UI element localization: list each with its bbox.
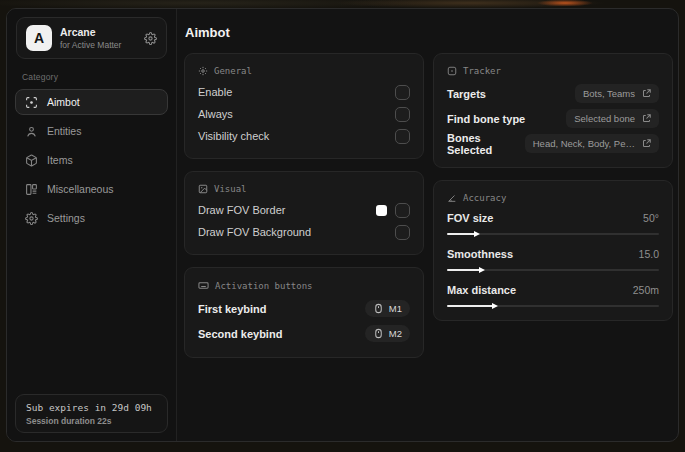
setting-label: Draw FOV Border [198, 204, 285, 216]
slider-fov-size: FOV size 50° [447, 208, 659, 235]
activation-header: Activation buttons [198, 280, 410, 291]
select-value: Bots, Teams [583, 88, 635, 99]
app-window: A Arcane for Active Matter Category [6, 8, 679, 442]
crosshair-scan-icon [25, 96, 38, 109]
tracker-row-targets: Targets Bots, Teams [447, 81, 659, 106]
gear-icon [198, 66, 208, 76]
slider-max-distance: Max distance 250m [447, 280, 659, 307]
general-header: General [198, 66, 410, 76]
setting-row-visibility-check: Visibility check [198, 125, 410, 147]
main-content: Aimbot General [177, 9, 679, 441]
sidebar-item-settings[interactable]: Settings [15, 205, 168, 231]
mouse-icon [373, 328, 384, 339]
sidebar-item-entities[interactable]: Entities [15, 118, 168, 144]
visual-card: Visual Draw FOV Border Draw FOV Backgrou… [184, 171, 424, 255]
subscription-card: Sub expires in 29d 09h Session duration … [15, 394, 168, 433]
expand-icon [642, 89, 651, 98]
sidebar-item-label: Items [47, 154, 73, 166]
slider-thumb[interactable] [492, 303, 498, 309]
bones-selected-select[interactable]: Head, Neck, Body, Pe… [525, 134, 659, 153]
sidebar-item-items[interactable]: Items [15, 147, 168, 173]
page-title: Aimbot [185, 25, 673, 40]
angle-icon [447, 193, 457, 203]
sub-expiry-text: Sub expires in 29d 09h [26, 402, 157, 413]
first-keybind-button[interactable]: M1 [365, 300, 410, 317]
second-keybind-button[interactable]: M2 [365, 325, 410, 342]
fov-border-checkbox[interactable] [395, 203, 410, 218]
tracker-label: Bones Selected [447, 132, 525, 156]
settings-gear-icon [25, 212, 38, 225]
fov-size-slider[interactable] [447, 233, 659, 235]
slider-label: FOV size [447, 212, 493, 224]
section-title: Activation buttons [215, 281, 313, 291]
keybind-value: M1 [389, 303, 402, 314]
setting-label: Visibility check [198, 130, 269, 142]
app-logo: A [26, 25, 52, 51]
expand-icon [642, 139, 651, 148]
fov-background-checkbox[interactable] [395, 225, 410, 240]
brand-text: Arcane for Active Matter [60, 25, 121, 50]
brand-card: A Arcane for Active Matter [16, 17, 167, 59]
smoothness-slider[interactable] [447, 269, 659, 271]
section-title: Visual [214, 184, 247, 194]
slider-label: Max distance [447, 284, 516, 296]
slider-label: Smoothness [447, 248, 513, 260]
mouse-icon [373, 303, 384, 314]
color-swatch[interactable] [376, 205, 387, 216]
sidebar-item-miscellaneous[interactable]: Miscellaneous [15, 176, 168, 202]
setting-row-fov-border: Draw FOV Border [198, 199, 410, 221]
slider-value: 250m [633, 284, 659, 296]
keybind-value: M2 [389, 328, 402, 339]
sidebar: A Arcane for Active Matter Category [7, 9, 177, 441]
enable-checkbox[interactable] [395, 85, 410, 100]
always-checkbox[interactable] [395, 107, 410, 122]
sidebar-item-label: Aimbot [47, 96, 80, 108]
keybind-row-second: Second keybind M2 [198, 321, 410, 346]
targets-select[interactable]: Bots, Teams [575, 84, 659, 103]
setting-label: Always [198, 108, 233, 120]
tracker-label: Find bone type [447, 113, 525, 125]
accuracy-header: Accuracy [447, 193, 659, 203]
category-nav: Aimbot Entities [7, 89, 176, 231]
cube-icon [25, 154, 38, 167]
max-distance-slider[interactable] [447, 305, 659, 307]
session-duration-text: Session duration 22s [26, 416, 157, 426]
gear-icon[interactable] [144, 32, 157, 45]
tracker-card: Tracker Targets Bots, Teams [433, 53, 673, 168]
keybind-label: Second keybind [198, 328, 282, 340]
layout-grid-icon [25, 183, 38, 196]
sidebar-item-label: Settings [47, 212, 85, 224]
setting-row-enable: Enable [198, 81, 410, 103]
image-frame-icon [198, 184, 208, 194]
setting-label: Enable [198, 86, 232, 98]
tracker-row-bones-selected: Bones Selected Head, Neck, Body, Pe… [447, 131, 659, 156]
keybind-row-first: First keybind M1 [198, 296, 410, 321]
visibility-check-checkbox[interactable] [395, 129, 410, 144]
select-value: Head, Neck, Body, Pe… [533, 138, 635, 149]
visual-header: Visual [198, 184, 410, 194]
slider-thumb[interactable] [479, 267, 485, 273]
select-value: Selected bone [574, 113, 635, 124]
left-column: General Enable Always Visibility check [184, 53, 424, 358]
tracker-header: Tracker [447, 66, 659, 76]
app-title: Arcane [60, 25, 121, 39]
section-title: General [214, 66, 252, 76]
section-title: Tracker [463, 66, 501, 76]
category-label: Category [22, 72, 161, 82]
general-card: General Enable Always Visibility check [184, 53, 424, 159]
sidebar-item-label: Miscellaneous [47, 183, 114, 195]
sidebar-item-label: Entities [47, 125, 81, 137]
section-title: Accuracy [463, 193, 506, 203]
find-bone-type-select[interactable]: Selected bone [566, 109, 659, 128]
setting-label: Draw FOV Background [198, 226, 311, 238]
right-column: Tracker Targets Bots, Teams [433, 53, 673, 321]
slider-value: 15.0 [639, 248, 659, 260]
sidebar-item-aimbot[interactable]: Aimbot [15, 89, 168, 115]
expand-icon [642, 114, 651, 123]
entities-person-icon [25, 125, 38, 138]
slider-thumb[interactable] [474, 231, 480, 237]
keybind-label: First keybind [198, 303, 266, 315]
slider-value: 50° [643, 212, 659, 224]
radar-target-icon [447, 66, 457, 76]
tracker-row-find-bone: Find bone type Selected bone [447, 106, 659, 131]
